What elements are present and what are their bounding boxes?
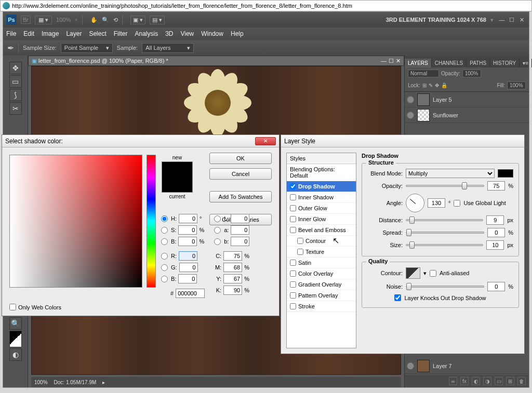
cancel-button[interactable]: Cancel <box>209 168 272 180</box>
style-item-inner-glow[interactable]: Inner Glow <box>287 214 356 225</box>
b2-field[interactable] <box>178 274 197 283</box>
document-tab[interactable]: letter_from_florence.psd @ 100% (Paper, … <box>38 58 168 64</box>
eyedropper-tool-icon[interactable]: ✒ <box>7 43 14 53</box>
g-field[interactable] <box>179 263 198 272</box>
style-item-drop-shadow[interactable]: Drop Shadow <box>287 181 356 192</box>
menu-layer[interactable]: Layer <box>66 30 82 37</box>
opacity-slider[interactable] <box>406 185 484 187</box>
menu-filter[interactable]: Filter <box>114 30 128 37</box>
doc-minimize[interactable]: — <box>381 58 387 64</box>
tab-history[interactable]: HISTORY <box>490 59 520 67</box>
web-colors-checkbox[interactable] <box>9 304 16 310</box>
distance-slider[interactable] <box>406 219 483 221</box>
angle-value[interactable] <box>428 198 445 208</box>
ok-button[interactable]: OK <box>209 153 272 164</box>
opacity-field[interactable]: 100% <box>462 70 481 77</box>
l-field[interactable] <box>231 214 249 223</box>
a-field[interactable] <box>231 225 249 235</box>
global-light-checkbox[interactable] <box>454 200 460 207</box>
layer-row[interactable]: Layer 5 <box>405 92 529 107</box>
menu-file[interactable]: File <box>6 30 16 37</box>
contour-dd-icon[interactable]: ▾ <box>423 270 427 277</box>
maximize-button[interactable]: ☐ <box>508 17 516 23</box>
r-radio[interactable] <box>161 253 168 260</box>
menu-select[interactable]: Select <box>89 30 106 37</box>
b-radio[interactable] <box>161 238 168 245</box>
style-item-pattern-overlay[interactable]: Pattern Overlay <box>287 290 356 301</box>
style-item-blending[interactable]: Blending Options: Default <box>287 164 356 181</box>
tab-layers[interactable]: LAYERS <box>405 59 432 67</box>
lab-b-field[interactable] <box>231 237 249 246</box>
sample-size-dd[interactable]: Point Sample▾ <box>61 43 113 53</box>
view-dd[interactable]: ▦ ▾ <box>35 16 52 24</box>
a-radio[interactable] <box>214 227 221 234</box>
h-radio[interactable] <box>161 215 168 222</box>
screen-dd[interactable]: ▣ ▾ <box>130 16 145 24</box>
doc-zoom[interactable]: 100% <box>34 380 48 385</box>
sample-dd[interactable]: All Layers▾ <box>142 43 194 53</box>
noise-slider[interactable] <box>406 286 484 288</box>
s-radio[interactable] <box>161 227 168 234</box>
blend-mode-dd[interactable]: Normal <box>408 70 439 77</box>
visibility-icon[interactable] <box>407 96 414 103</box>
hue-slider[interactable] <box>147 155 156 288</box>
style-item-color-overlay[interactable]: Color Overlay <box>287 268 356 279</box>
hand-icon[interactable]: ✋ <box>90 17 98 23</box>
b-field[interactable] <box>178 237 197 246</box>
g-radio[interactable] <box>161 264 168 271</box>
style-item-texture[interactable]: Texture <box>287 247 356 258</box>
menu-3d[interactable]: 3D <box>165 30 173 37</box>
lock-move-icon[interactable]: ✥ <box>435 83 439 88</box>
fill-field[interactable]: 100% <box>507 82 526 89</box>
opacity-value[interactable] <box>487 181 505 191</box>
menu-edit[interactable]: Edit <box>23 30 34 37</box>
group-icon[interactable]: ▭ <box>495 377 503 385</box>
y-field[interactable] <box>223 274 242 283</box>
menu-image[interactable]: Image <box>42 30 59 37</box>
adjustment-icon[interactable]: ◑ <box>483 377 491 385</box>
s-field[interactable] <box>178 225 197 235</box>
close-icon[interactable]: ✕ <box>255 137 276 145</box>
hex-field[interactable] <box>176 289 205 298</box>
screen2-dd[interactable]: ▤ ▾ <box>150 16 165 24</box>
rotate-icon[interactable]: ⟲ <box>113 17 118 23</box>
style-item-satin[interactable]: Satin <box>287 258 356 268</box>
doc-maximize[interactable]: ☐ <box>389 58 394 64</box>
lock-all-icon[interactable]: 🔒 <box>441 83 447 88</box>
style-item-stroke[interactable]: Stroke <box>287 301 356 312</box>
new-color-swatch[interactable] <box>162 161 193 193</box>
visibility-icon[interactable] <box>407 362 414 370</box>
noise-value[interactable] <box>487 282 505 291</box>
doc-info-arrow-icon[interactable]: ▸ <box>102 380 105 385</box>
panel-menu-icon[interactable]: ▾≡ <box>520 59 532 67</box>
tab-paths[interactable]: PATHS <box>467 59 490 67</box>
tab-channels[interactable]: CHANNELS <box>432 59 467 67</box>
menu-window[interactable]: Window <box>201 30 223 37</box>
lock-paint-icon[interactable]: ✎ <box>429 83 433 88</box>
crop-tool-icon[interactable]: ✂ <box>9 102 22 115</box>
knockout-checkbox[interactable] <box>394 294 401 301</box>
menu-view[interactable]: View <box>180 30 194 37</box>
doc-close[interactable]: ✕ <box>396 58 401 64</box>
color-swatch-icon[interactable] <box>9 331 22 347</box>
style-item-contour[interactable]: Contour <box>287 236 356 247</box>
lock-trans-icon[interactable]: ⊞ <box>422 83 427 88</box>
layer-row[interactable]: Layer 7 <box>405 358 529 374</box>
size-value[interactable] <box>486 240 504 250</box>
add-swatches-button[interactable]: Add To Swatches <box>209 191 272 202</box>
layer-fx-icon[interactable]: fx <box>460 377 469 385</box>
close-button[interactable]: ✕ <box>517 17 526 23</box>
distance-value[interactable] <box>486 215 504 225</box>
new-layer-icon[interactable]: ⊞ <box>506 377 514 385</box>
br-icon[interactable]: Br <box>21 16 31 24</box>
r-field[interactable] <box>179 251 197 261</box>
h-field[interactable] <box>179 214 197 223</box>
style-item-inner-shadow[interactable]: Inner Shadow <box>287 192 356 203</box>
angle-dial[interactable] <box>406 194 424 212</box>
k-field[interactable] <box>223 286 242 295</box>
size-slider[interactable] <box>406 244 483 246</box>
menu-analysis[interactable]: Analysis <box>135 30 158 37</box>
style-item-bevel[interactable]: Bevel and Emboss <box>287 225 356 236</box>
style-item-gradient-overlay[interactable]: Gradient Overlay <box>287 279 356 290</box>
menu-help[interactable]: Help <box>231 30 244 37</box>
